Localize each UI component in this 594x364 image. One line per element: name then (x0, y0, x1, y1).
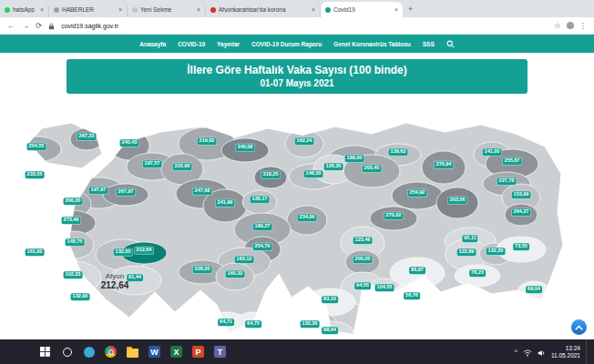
wifi-icon[interactable] (523, 344, 532, 360)
nav-item-covid-19-durum-raporu[interactable]: COVID-19 Durum Raporu (251, 41, 322, 47)
province-badge[interactable]: 200,20 (64, 197, 83, 205)
browser-tab-covid19[interactable]: Covid19× (321, 2, 403, 17)
province-badge[interactable]: 94,55 (354, 282, 371, 289)
tray-expand-icon[interactable]: ^ (515, 349, 517, 355)
province-badge[interactable]: 222,66 (173, 163, 192, 170)
province-badge[interactable]: 83,10 (322, 296, 338, 303)
province-badge[interactable]: 145,75 (66, 238, 85, 246)
province-badge[interactable]: 340,08 (236, 144, 255, 151)
folder-icon[interactable] (126, 345, 139, 359)
province-badge[interactable]: 254,79 (253, 243, 272, 250)
province-badge[interactable]: 197,57 (143, 160, 162, 167)
province-badge[interactable]: 270,94 (435, 161, 454, 168)
province-badge[interactable]: 132,20 (486, 248, 506, 255)
province-badge[interactable]: 270,02 (384, 212, 404, 219)
province-badge[interactable]: 228,00 (193, 266, 212, 273)
province-badge[interactable]: 267,23 (77, 133, 97, 140)
province-badge[interactable]: 98,04 (322, 327, 338, 334)
browser-menu-icon[interactable]: ⋮ (579, 21, 588, 30)
province-badge[interactable]: 247,68 (193, 187, 212, 195)
province-badge[interactable]: 273,46 (62, 217, 81, 224)
nav-item-genel-koronavir-s-tablosu[interactable]: Genel Koronavirüs Tablosu (333, 41, 410, 47)
province-badge[interactable]: 95,11 (462, 235, 477, 242)
province-badge[interactable]: 136,17 (251, 196, 270, 203)
province-badge[interactable]: 200,05 (353, 256, 373, 263)
tab-close-icon[interactable]: × (40, 6, 44, 13)
province-badge[interactable]: 104,55 (375, 284, 394, 291)
search-button[interactable] (60, 345, 74, 359)
word-icon[interactable]: W (148, 345, 161, 359)
back-icon[interactable]: ← (7, 21, 15, 30)
province-badge[interactable]: 204,55 (27, 143, 46, 150)
reload-icon[interactable]: ⟳ (36, 21, 42, 30)
province-badge[interactable]: 264,27 (512, 208, 531, 216)
edge-icon[interactable] (82, 345, 96, 359)
powerpoint-icon[interactable]: P (191, 345, 205, 359)
province-badge[interactable]: 267,97 (117, 188, 136, 196)
province-badge[interactable]: 255,87 (503, 157, 522, 165)
province-badge[interactable]: 200,45 (363, 165, 382, 172)
province-badge[interactable]: 78,23 (469, 269, 486, 277)
province-badge[interactable]: 212,64 (135, 247, 154, 254)
province-badge[interactable]: 240,43 (120, 139, 139, 147)
province-badge[interactable]: 197,97 (89, 187, 108, 194)
tab-close-icon[interactable]: × (197, 6, 200, 13)
province-badge[interactable]: 73,55 (513, 243, 529, 250)
province-badge[interactable]: 56,76 (404, 292, 420, 299)
province-badge[interactable]: 123,46 (353, 237, 373, 244)
nav-item-anasayfa[interactable]: Anasayfa (139, 41, 166, 47)
province-badge[interactable]: 160,32 (226, 270, 245, 278)
profile-avatar[interactable] (567, 22, 574, 29)
nav-item-covid-19[interactable]: COVID-19 (178, 41, 205, 47)
province-badge[interactable]: 139,63 (389, 148, 408, 156)
province-badge[interactable]: 141,00 (483, 148, 502, 156)
start-button[interactable] (38, 345, 52, 359)
bookmark-star-icon[interactable]: ☆ (554, 21, 561, 30)
province-badge[interactable]: 227,78 (497, 177, 517, 185)
browser-tab-yeni-sekme[interactable]: Yeni Sekme× (128, 2, 206, 17)
province-badge[interactable]: 234,06 (298, 214, 317, 221)
tab-close-icon[interactable]: × (312, 6, 315, 13)
nav-item-yay-nlar[interactable]: Yayınlar (217, 41, 240, 47)
province-badge[interactable]: 161,92 (26, 248, 45, 256)
province-badge[interactable]: 233,55 (26, 171, 45, 178)
taskbar-clock[interactable]: 13:24 11.05.2021 (551, 345, 580, 359)
province-badge[interactable]: 189,00 (345, 155, 364, 162)
tab-close-icon[interactable]: × (394, 6, 398, 13)
teams-icon[interactable]: T (213, 345, 227, 359)
new-tab-button[interactable]: + (403, 5, 418, 14)
browser-tab-hatsapp[interactable]: hatsApp× (0, 2, 49, 17)
show-desktop-button[interactable] (586, 339, 589, 364)
browser-tab-haberler[interactable]: HABERLER× (49, 2, 128, 17)
browser-tab-afyonkarahisar-da-korona[interactable]: Afyonkarahisar'da korona× (206, 2, 321, 17)
back-to-top-button[interactable] (571, 319, 587, 335)
province-badge[interactable]: 64,71 (218, 318, 234, 326)
province-badge[interactable]: 162,24 (295, 137, 314, 145)
province-badge[interactable]: 69,04 (526, 286, 542, 293)
tab-close-icon[interactable]: × (118, 6, 122, 13)
province-badge[interactable]: 153,99 (512, 191, 531, 198)
province-badge[interactable]: 189,27 (253, 223, 272, 230)
province-badge[interactable]: 132,05 (114, 248, 133, 256)
province-badge[interactable]: 122,89 (457, 248, 476, 256)
province-badge[interactable]: 254,92 (408, 189, 427, 197)
province-badge[interactable]: 219,62 (198, 137, 217, 145)
province-badge[interactable]: 318,25 (261, 171, 281, 178)
forward-icon[interactable]: → (22, 21, 30, 30)
search-icon[interactable] (446, 35, 455, 52)
province-badge[interactable]: 132,36 (301, 320, 320, 328)
province-badge[interactable]: 146,30 (304, 170, 323, 177)
excel-icon[interactable]: X (169, 345, 183, 359)
province-badge[interactable]: 163,12 (235, 256, 254, 263)
province-badge[interactable]: 86,97 (409, 267, 425, 274)
speaker-icon[interactable] (538, 344, 546, 360)
province-badge[interactable]: 126,30 (324, 163, 343, 170)
province-badge[interactable]: 241,99 (216, 199, 235, 207)
address-bar[interactable]: covid19.saglik.gov.tr (61, 23, 118, 29)
chrome-icon[interactable] (104, 345, 118, 359)
province-badge[interactable]: 132,90 (71, 293, 90, 300)
province-badge[interactable]: 102,33 (64, 271, 83, 278)
nav-item-sss[interactable]: SSS (423, 41, 435, 47)
province-badge[interactable]: 64,75 (245, 320, 261, 328)
province-badge[interactable]: 303,56 (448, 197, 467, 204)
